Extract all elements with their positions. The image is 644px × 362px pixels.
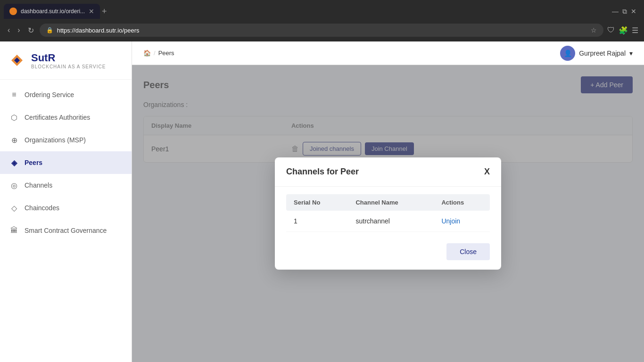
back-button[interactable]: ‹ [6,24,12,36]
modal-col-serial: Serial No [286,194,348,211]
user-name: Gurpreet Rajpal [579,49,626,57]
url-bar[interactable]: 🔒 https://dashboard.sutr.io/peers ☆ [40,24,603,37]
tab-title: dashboard.sutr.io/orderi... [21,8,85,15]
page-body: Peers + Add Peer Organizations : Display… [132,65,644,362]
sidebar-label-channels: Channels [25,181,52,189]
top-bar: 🏠 / Peers 👤 Gurpreet Rajpal ▾ [132,41,644,65]
menu-icon[interactable]: ☰ [632,26,638,35]
extensions-icon[interactable]: 🧩 [619,26,628,35]
chaincodes-icon: ◇ [9,203,19,213]
unjoin-button[interactable]: Unjoin [441,217,460,225]
main-content: 🏠 / Peers 👤 Gurpreet Rajpal ▾ Peers + Ad… [132,41,644,362]
peers-icon: ◈ [9,158,19,167]
sidebar-item-ordering-service[interactable]: ≡ Ordering Service [0,83,132,106]
channels-icon: ◎ [9,181,19,190]
breadcrumb-separator: / [154,49,156,57]
window-restore[interactable]: ⧉ [622,8,627,16]
organizations-icon: ⊕ [9,135,19,145]
sidebar-item-organizations-msp[interactable]: ⊕ Organizations (MSP) [0,129,132,151]
sidebar-item-smart-contract-governance[interactable]: 🏛 Smart Contract Governance [0,219,132,242]
tab-close-button[interactable]: ✕ [89,8,94,15]
sidebar-label-ordering-service: Ordering Service [25,91,74,99]
modal-table-header: Serial No Channel Name Actions [286,194,490,211]
address-bar: ‹ › ↻ 🔒 https://dashboard.sutr.io/peers … [0,19,644,41]
logo-brand: SutR [31,52,106,64]
sidebar-label-organizations: Organizations (MSP) [25,136,86,144]
sidebar-label-chaincodes: Chaincodes [25,204,59,212]
url-text: https://dashboard.sutr.io/peers [57,27,140,34]
breadcrumb: 🏠 / Peers [143,49,174,57]
active-tab[interactable]: dashboard.sutr.io/orderi... ✕ [4,4,100,19]
logo-icon [8,51,26,70]
sidebar-label-certificates: Certificates Authorities [25,114,90,121]
certificates-icon: ⬡ [9,113,19,122]
modal-col-channel-name: Channel Name [348,194,434,211]
user-info[interactable]: 👤 Gurpreet Rajpal ▾ [560,46,633,61]
app-layout: SutR BLOCKCHAIN AS A SERVICE ≡ Ordering … [0,41,644,362]
user-avatar: 👤 [560,46,575,61]
sidebar-label-governance: Smart Contract Governance [25,227,107,234]
modal-channel-name: sutrchannel [348,211,434,232]
sidebar-item-channels[interactable]: ◎ Channels [0,174,132,197]
modal-title: Channels for Peer [286,167,359,177]
modal-close-button[interactable]: X [484,167,490,177]
modal-overlay: Channels for Peer X Serial No Channel Na… [132,65,644,362]
logo-wrapper: SutR BLOCKCHAIN AS A SERVICE [8,51,124,70]
window-close[interactable]: ✕ [631,8,636,16]
toolbar-icons: 🛡 🧩 ☰ [607,26,638,35]
modal-serial-number: 1 [286,211,348,232]
modal-close-btn[interactable]: Close [446,243,490,260]
channels-modal: Channels for Peer X Serial No Channel Na… [275,157,501,270]
new-tab-button[interactable]: + [102,7,107,16]
browser-chrome: dashboard.sutr.io/orderi... ✕ + — ⧉ ✕ ‹ … [0,0,644,41]
sidebar-item-chaincodes[interactable]: ◇ Chaincodes [0,197,132,219]
tab-bar: dashboard.sutr.io/orderi... ✕ + — ⧉ ✕ [0,0,644,19]
modal-table-row: 1 sutrchannel Unjoin [286,211,490,232]
logo-area: SutR BLOCKCHAIN AS A SERVICE [0,41,132,80]
logo-subtitle: BLOCKCHAIN AS A SERVICE [31,64,106,69]
sidebar-label-peers: Peers [25,159,42,166]
sidebar-item-certificates-authorities[interactable]: ⬡ Certificates Authorities [0,106,132,129]
ordering-service-icon: ≡ [9,90,19,99]
breadcrumb-home-icon[interactable]: 🏠 [143,49,151,57]
modal-channels-table: Serial No Channel Name Actions 1 sutrcha… [286,194,490,232]
governance-icon: 🏛 [9,226,19,235]
breadcrumb-current: Peers [158,49,174,57]
refresh-button[interactable]: ↻ [26,24,36,37]
user-dropdown-icon: ▾ [629,49,633,57]
window-minimize[interactable]: — [612,8,619,16]
modal-footer: Close [275,243,501,270]
sidebar-item-peers[interactable]: ◈ Peers [0,151,132,174]
logo-text-area: SutR BLOCKCHAIN AS A SERVICE [31,52,106,69]
tab-favicon [9,8,17,15]
sidebar: SutR BLOCKCHAIN AS A SERVICE ≡ Ordering … [0,41,132,362]
shield-icon: 🛡 [607,26,615,34]
sidebar-nav: ≡ Ordering Service ⬡ Certificates Author… [0,80,132,362]
modal-action-cell: Unjoin [434,211,490,232]
modal-col-actions: Actions [434,194,490,211]
modal-body: Serial No Channel Name Actions 1 sutrcha… [275,194,501,243]
modal-header: Channels for Peer X [275,157,501,187]
forward-button[interactable]: › [16,24,22,36]
